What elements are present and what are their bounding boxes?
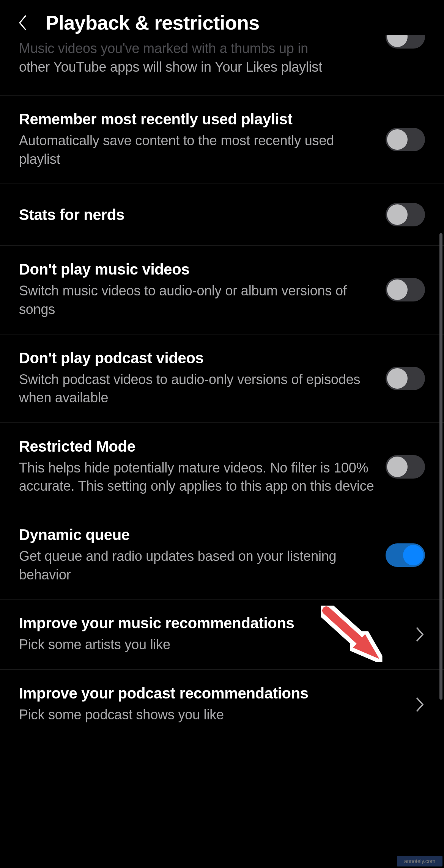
page-title: Playback & restrictions	[46, 11, 260, 34]
row-title-cut: Music videos you've marked with a thumbs…	[19, 39, 374, 58]
chevron-left-icon	[17, 14, 28, 31]
setting-row-dont-play-music-videos[interactable]: Don't play music videos Switch music vid…	[0, 246, 444, 334]
setting-row-restricted-mode[interactable]: Restricted Mode This helps hide potentia…	[0, 423, 444, 511]
chevron-right-icon	[415, 696, 425, 713]
row-subtitle: Pick some artists you like	[19, 636, 404, 654]
row-text: Improve your music recommendations Pick …	[19, 615, 404, 654]
header: Playback & restrictions	[0, 0, 444, 46]
row-subtitle: This helps hide potentially mature video…	[19, 459, 374, 496]
back-button[interactable]	[15, 15, 30, 30]
row-text: Don't play music videos Switch music vid…	[19, 261, 374, 319]
row-subtitle: Pick some podcast shows you like	[19, 706, 404, 724]
setting-row-improve-music-recs[interactable]: Improve your music recommendations Pick …	[0, 600, 444, 670]
row-title: Improve your music recommendations	[19, 615, 404, 632]
setting-row-remember-playlist[interactable]: Remember most recently used playlist Aut…	[0, 96, 444, 184]
row-subtitle: Switch music videos to audio-only or alb…	[19, 282, 374, 319]
row-text: Restricted Mode This helps hide potentia…	[19, 438, 374, 496]
row-title: Restricted Mode	[19, 438, 374, 455]
setting-row-dynamic-queue[interactable]: Dynamic queue Get queue and radio update…	[0, 511, 444, 600]
chevron-right-icon	[415, 626, 425, 643]
row-subtitle: Switch podcast videos to audio-only vers…	[19, 370, 374, 407]
row-title: Don't play music videos	[19, 261, 374, 278]
setting-row-improve-podcast-recs[interactable]: Improve your podcast recommendations Pic…	[0, 670, 444, 739]
toggle-restricted-mode[interactable]	[386, 455, 425, 479]
toggle-liked-videos[interactable]	[386, 35, 425, 49]
row-text: Music videos you've marked with a thumbs…	[19, 46, 374, 76]
row-title: Dynamic queue	[19, 526, 374, 543]
toggle-remember-playlist[interactable]	[386, 128, 425, 151]
toggle-dynamic-queue[interactable]	[386, 543, 425, 567]
toggle-dont-play-podcast-videos[interactable]	[386, 367, 425, 390]
toggle-dont-play-music-videos[interactable]	[386, 278, 425, 301]
row-title: Don't play podcast videos	[19, 350, 374, 367]
watermark: annotely.com	[397, 856, 442, 866]
setting-row-liked-videos[interactable]: Music videos you've marked with a thumbs…	[0, 46, 444, 96]
row-title: Stats for nerds	[19, 206, 374, 223]
scrollbar-thumb[interactable]	[439, 233, 442, 700]
row-text: Remember most recently used playlist Aut…	[19, 111, 374, 168]
row-subtitle: Automatically save content to the most r…	[19, 132, 374, 168]
toggle-stats-for-nerds[interactable]	[386, 203, 425, 226]
row-title: Remember most recently used playlist	[19, 111, 374, 128]
row-text: Don't play podcast videos Switch podcast…	[19, 350, 374, 407]
settings-list: Music videos you've marked with a thumbs…	[0, 46, 444, 739]
setting-row-stats-for-nerds[interactable]: Stats for nerds	[0, 184, 444, 246]
row-text: Stats for nerds	[19, 206, 374, 223]
row-text: Improve your podcast recommendations Pic…	[19, 685, 404, 724]
setting-row-dont-play-podcast-videos[interactable]: Don't play podcast videos Switch podcast…	[0, 334, 444, 423]
row-subtitle: Get queue and radio updates based on you…	[19, 547, 374, 584]
row-text: Dynamic queue Get queue and radio update…	[19, 526, 374, 584]
row-subtitle: other YouTube apps will show in Your Lik…	[19, 58, 374, 77]
row-title: Improve your podcast recommendations	[19, 685, 404, 702]
